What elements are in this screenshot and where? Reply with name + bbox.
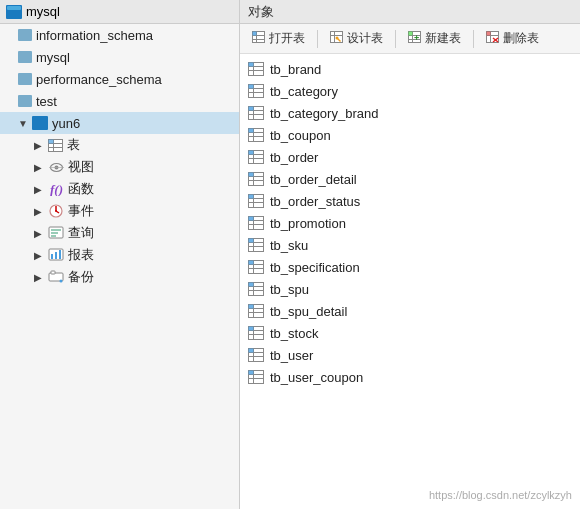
- table-list-item[interactable]: tb_order_detail: [240, 168, 580, 190]
- tree-label-events: 事件: [68, 202, 94, 220]
- open-table-button[interactable]: 打开表: [246, 28, 311, 49]
- expand-arrow-functions: ▶: [34, 184, 46, 195]
- table-row-label: tb_order: [270, 150, 318, 165]
- toolbar: 打开表 设计表: [240, 24, 580, 54]
- table-list-item[interactable]: tb_spu: [240, 278, 580, 300]
- delete-table-label: 删除表: [503, 30, 539, 47]
- svg-rect-84: [249, 217, 254, 221]
- svg-point-23: [60, 280, 63, 283]
- table-row-icon: [248, 172, 264, 186]
- svg-rect-119: [249, 371, 254, 375]
- design-table-button[interactable]: 设计表: [324, 28, 389, 49]
- table-row-label: tb_stock: [270, 326, 318, 341]
- table-list-item[interactable]: tb_user: [240, 344, 580, 366]
- table-list: tb_brand tb_category tb_category_brand t…: [240, 54, 580, 509]
- table-list-item[interactable]: tb_category_brand: [240, 102, 580, 124]
- svg-rect-109: [249, 327, 254, 331]
- svg-rect-104: [249, 305, 254, 309]
- table-row-label: tb_order_status: [270, 194, 360, 209]
- table-row-icon: [248, 304, 264, 318]
- table-row-icon: [248, 150, 264, 164]
- svg-rect-94: [249, 261, 254, 265]
- table-row-icon: [248, 128, 264, 142]
- tree-label-views: 视图: [68, 158, 94, 176]
- db-icon: [18, 51, 32, 63]
- expand-arrow-reports: ▶: [34, 250, 46, 261]
- tree-item-functions[interactable]: ▶ f() 函数: [0, 178, 239, 200]
- db-item-yun6[interactable]: ▼ yun6: [0, 112, 239, 134]
- tree-item-queries[interactable]: ▶ 查询: [0, 222, 239, 244]
- table-list-item[interactable]: tb_sku: [240, 234, 580, 256]
- table-row-icon: [248, 84, 264, 98]
- delete-table-icon: [486, 31, 500, 47]
- tree-content: information_schema mysql performance_sch…: [0, 24, 239, 509]
- table-row-label: tb_spu: [270, 282, 309, 297]
- db-icon: [18, 73, 32, 85]
- db-item-information-schema[interactable]: information_schema: [0, 24, 239, 46]
- tree-item-tables[interactable]: ▶ 表: [0, 134, 239, 156]
- query-icon: [48, 226, 64, 240]
- tree-item-views[interactable]: ▶ 视图: [0, 156, 239, 178]
- func-icon: f(): [48, 182, 64, 196]
- table-list-item[interactable]: tb_brand: [240, 58, 580, 80]
- db-label: mysql: [36, 50, 70, 65]
- svg-text:f(): f(): [50, 183, 63, 196]
- table-row-label: tb_spu_detail: [270, 304, 347, 319]
- table-list-item[interactable]: tb_user_coupon: [240, 366, 580, 388]
- svg-rect-54: [249, 85, 254, 89]
- svg-rect-59: [249, 107, 254, 111]
- table-list-item[interactable]: tb_spu_detail: [240, 300, 580, 322]
- right-header-label: 对象: [248, 3, 274, 21]
- table-row-icon: [248, 238, 264, 252]
- table-row-label: tb_category: [270, 84, 338, 99]
- db-label: test: [36, 94, 57, 109]
- tree-item-events[interactable]: ▶ 事件: [0, 200, 239, 222]
- expand-arrow-events: ▶: [34, 206, 46, 217]
- left-panel: mysql information_schema mysql performan…: [0, 0, 240, 509]
- new-table-icon: +: [408, 31, 422, 47]
- table-list-item[interactable]: tb_stock: [240, 322, 580, 344]
- tree-label-tables: 表: [67, 136, 80, 154]
- tree-item-backup[interactable]: ▶ 备份: [0, 266, 239, 288]
- delete-table-button[interactable]: 删除表: [480, 28, 545, 49]
- tree-item-reports[interactable]: ▶ 报表: [0, 244, 239, 266]
- svg-rect-79: [249, 195, 254, 199]
- table-list-item[interactable]: tb_order: [240, 146, 580, 168]
- svg-rect-69: [249, 151, 254, 155]
- tree-label-queries: 查询: [68, 224, 94, 242]
- svg-rect-42: [487, 31, 491, 35]
- toolbar-separator-2: [395, 30, 396, 48]
- svg-rect-37: [409, 31, 413, 35]
- svg-rect-4: [49, 139, 54, 143]
- table-list-item[interactable]: tb_promotion: [240, 212, 580, 234]
- svg-rect-114: [249, 349, 254, 353]
- new-table-button[interactable]: + 新建表: [402, 28, 467, 49]
- watermark: https://blog.csdn.net/zcylkzyh: [429, 489, 572, 501]
- table-icon: [48, 139, 63, 152]
- svg-rect-99: [249, 283, 254, 287]
- db-icon-yun6: [32, 116, 48, 130]
- tree-label-reports: 报表: [68, 246, 94, 264]
- table-row-label: tb_user_coupon: [270, 370, 363, 385]
- db-item-performance-schema[interactable]: performance_schema: [0, 68, 239, 90]
- svg-rect-18: [51, 254, 53, 259]
- mysql-db-icon: [6, 5, 22, 19]
- table-row-icon: [248, 348, 264, 362]
- db-item-mysql[interactable]: mysql: [0, 46, 239, 68]
- table-list-item[interactable]: tb_specification: [240, 256, 580, 278]
- db-item-test[interactable]: test: [0, 90, 239, 112]
- table-row-icon: [248, 326, 264, 340]
- db-icon: [18, 95, 32, 107]
- table-list-item[interactable]: tb_category: [240, 80, 580, 102]
- open-table-label: 打开表: [269, 30, 305, 47]
- toolbar-separator: [317, 30, 318, 48]
- table-row-label: tb_promotion: [270, 216, 346, 231]
- table-row-icon: [248, 216, 264, 230]
- main-container: mysql information_schema mysql performan…: [0, 0, 580, 509]
- expand-arrow-tables: ▶: [34, 140, 46, 151]
- tree-label-functions: 函数: [68, 180, 94, 198]
- table-list-item[interactable]: tb_order_status: [240, 190, 580, 212]
- table-list-item[interactable]: tb_coupon: [240, 124, 580, 146]
- tree-header-label: mysql: [26, 4, 60, 19]
- table-row-label: tb_user: [270, 348, 313, 363]
